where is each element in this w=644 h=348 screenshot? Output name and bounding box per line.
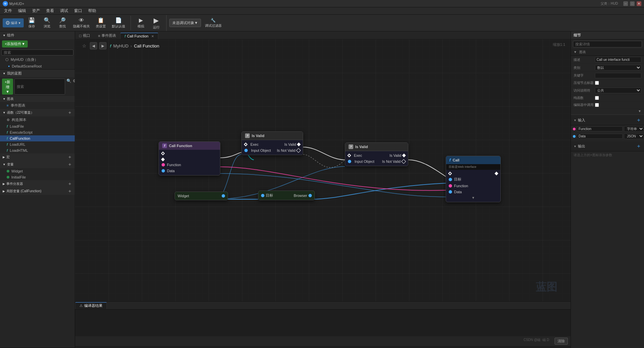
- debug-filter-button[interactable]: 🔧 调试过滤器: [202, 17, 224, 29]
- details-graph-header[interactable]: ▼ 图表: [571, 49, 644, 56]
- node-widget[interactable]: Widget: [175, 192, 228, 200]
- default-button[interactable]: 📄 默认认值: [109, 16, 128, 30]
- access-dropdown[interactable]: 公共: [595, 88, 641, 93]
- access-select[interactable]: 公共: [595, 88, 641, 93]
- pin-isvalid2-exec[interactable]: Exec: [348, 153, 362, 157]
- props-expand[interactable]: ▼: [571, 109, 644, 114]
- graph-section-header[interactable]: ▼ 图表: [0, 96, 75, 102]
- add-component-button[interactable]: +添加组件▼: [2, 40, 28, 47]
- var-item-0[interactable]: Widget: [0, 168, 75, 174]
- function-pin-name[interactable]: [577, 126, 623, 131]
- close-button[interactable]: ✕: [637, 1, 641, 6]
- call-web-expand[interactable]: ▼: [472, 196, 475, 200]
- pin-isvalid1-obj[interactable]: Input Object: [244, 148, 271, 152]
- macro-header[interactable]: ▶ 宏 ＋: [0, 153, 75, 161]
- node-call-function[interactable]: f Call Function Function: [159, 141, 220, 176]
- functions-header[interactable]: ▼ 函数（22可覆盖） ＋: [0, 109, 75, 116]
- bp-search-input[interactable]: [14, 79, 65, 95]
- add-variable-button[interactable]: ＋: [67, 161, 72, 167]
- event-graph-item[interactable]: ≡ 事件图表: [0, 102, 75, 109]
- node-is-valid-1[interactable]: ? Is Valid Exec Is Valid: [241, 131, 303, 155]
- breadcrumb-parent[interactable]: MyHUD: [113, 43, 129, 48]
- back-button[interactable]: ◀: [90, 42, 97, 49]
- add-macro-button[interactable]: ＋: [67, 154, 72, 160]
- pin-isvalid2-obj[interactable]: Input Object: [348, 159, 374, 163]
- tab-viewport[interactable]: □ 视口: [75, 32, 94, 39]
- tab-call-function[interactable]: f Call Function ✕: [120, 33, 158, 39]
- function-pin-type[interactable]: 字符串: [624, 126, 644, 132]
- cat-select[interactable]: 数以: [595, 65, 641, 71]
- func-item-3[interactable]: f CallFunction: [0, 135, 75, 141]
- menu-edit[interactable]: 编辑: [15, 7, 29, 14]
- minimize-button[interactable]: ─: [623, 1, 628, 6]
- tab-close-icon[interactable]: ✕: [151, 34, 154, 38]
- menu-debug[interactable]: 调试: [57, 7, 71, 14]
- variables-header[interactable]: ▼ 变量 ＋: [0, 161, 75, 168]
- add-dispatcher-button[interactable]: ＋: [67, 181, 72, 187]
- var-item-1[interactable]: InitialFile: [0, 174, 75, 180]
- default-scene-root-item[interactable]: ● DefaultSceneRoot: [0, 63, 75, 69]
- simulate-button[interactable]: ▶ 模拟: [134, 16, 148, 30]
- data-pin-name[interactable]: [577, 134, 623, 139]
- desc-value[interactable]: Call ue interface functi: [595, 57, 641, 63]
- compact-checkbox[interactable]: [595, 81, 599, 85]
- local-vars-header[interactable]: ▶ 局部变量 (CallFunction) ＋: [0, 188, 75, 195]
- data-pin-type[interactable]: JSON Value: [624, 133, 644, 139]
- find-button[interactable]: 🔎 查找: [55, 16, 70, 30]
- func-item-4[interactable]: f LoadURL: [0, 141, 75, 147]
- func-item-5[interactable]: f LoadHTML: [0, 147, 75, 153]
- pin-call-web-data[interactable]: Data: [446, 189, 500, 195]
- menu-file[interactable]: 文件: [1, 7, 15, 14]
- pin-call-web-function[interactable]: Function: [446, 183, 500, 189]
- hide-unrelated-button[interactable]: 👁 隐藏不相关: [70, 16, 92, 30]
- add-local-var-button[interactable]: ＋: [67, 188, 72, 194]
- add-function-button[interactable]: ＋: [67, 110, 72, 116]
- event-dispatchers-header[interactable]: ▶ 事件分发器 ＋: [0, 180, 75, 188]
- menu-help[interactable]: 帮助: [85, 7, 99, 14]
- func-item-0[interactable]: ⚙ 构造脚本: [0, 116, 75, 123]
- pin-call-fn-function[interactable]: Function: [159, 162, 220, 168]
- debug-target-dropdown[interactable]: 未选调试对象▼: [169, 19, 201, 27]
- pin-call-fn-exec-in[interactable]: [159, 151, 220, 156]
- new-button[interactable]: +新增▼: [2, 79, 13, 95]
- save-button[interactable]: 💾 保存: [24, 16, 39, 30]
- pin-call-fn-data[interactable]: Data: [159, 168, 220, 174]
- node-is-valid-2[interactable]: ? Is Valid Exec Is Valid: [345, 142, 408, 166]
- output-hint: 请选上方的+图标添加参数: [571, 151, 644, 159]
- tab-compiler-results[interactable]: ⚠ 编译器结果: [75, 302, 107, 309]
- maximize-button[interactable]: □: [630, 1, 635, 6]
- run-button[interactable]: ▶ 运行: [149, 15, 164, 31]
- add-input-button[interactable]: ＋: [636, 117, 641, 124]
- kw-value[interactable]: [595, 73, 641, 78]
- cat-dropdown[interactable]: 数以: [595, 65, 641, 71]
- menu-view[interactable]: 查看: [43, 7, 57, 14]
- component-search-input[interactable]: [1, 49, 73, 55]
- class-settings-button[interactable]: 📋 类设置: [93, 16, 109, 30]
- my-blueprint-header[interactable]: ▼ 我的蓝图: [0, 70, 75, 77]
- details-header: 细节: [571, 31, 644, 39]
- func-item-1[interactable]: f LoadFile: [0, 123, 75, 129]
- editor-call-checkbox[interactable]: [595, 103, 599, 107]
- self-item[interactable]: ⬡ MyHUD（自身）: [0, 56, 75, 63]
- tab-event-graph[interactable]: ≡ 事件图表: [94, 32, 120, 39]
- pin-call-web-target[interactable]: 目标: [446, 176, 500, 183]
- output-hint-text: 请选上方的+图标添加参数: [574, 153, 612, 157]
- node-call-web[interactable]: f Call 目标是Web Interface: [446, 156, 501, 202]
- clear-button[interactable]: 清除: [555, 338, 568, 345]
- components-header[interactable]: ▼ 组件: [0, 31, 75, 39]
- forward-button[interactable]: ▶: [99, 42, 106, 49]
- isvalid1-notvalid-label: Is Not Valid: [277, 148, 295, 152]
- star-button[interactable]: ☆: [80, 42, 88, 49]
- pin-isvalid1-exec[interactable]: Exec: [244, 142, 258, 146]
- menu-asset[interactable]: 资产: [29, 7, 43, 14]
- add-output-button[interactable]: ＋: [636, 143, 641, 150]
- compile-button[interactable]: ⚙ 编译 ▼: [3, 18, 24, 27]
- pin-call-fn-exec-out[interactable]: [159, 157, 220, 162]
- node-browser[interactable]: 目标 Browser: [258, 191, 315, 200]
- pure-checkbox[interactable]: [595, 96, 599, 100]
- browse-button[interactable]: 🔍 浏览: [40, 16, 54, 30]
- menu-window[interactable]: 窗口: [71, 7, 85, 14]
- details-search-input[interactable]: [573, 41, 642, 47]
- func-item-2[interactable]: f ExecuteScript: [0, 129, 75, 135]
- blueprint-editor[interactable]: ☆ ◀ ▶ f MyHUD › Call Function 缩放1:1: [75, 39, 571, 301]
